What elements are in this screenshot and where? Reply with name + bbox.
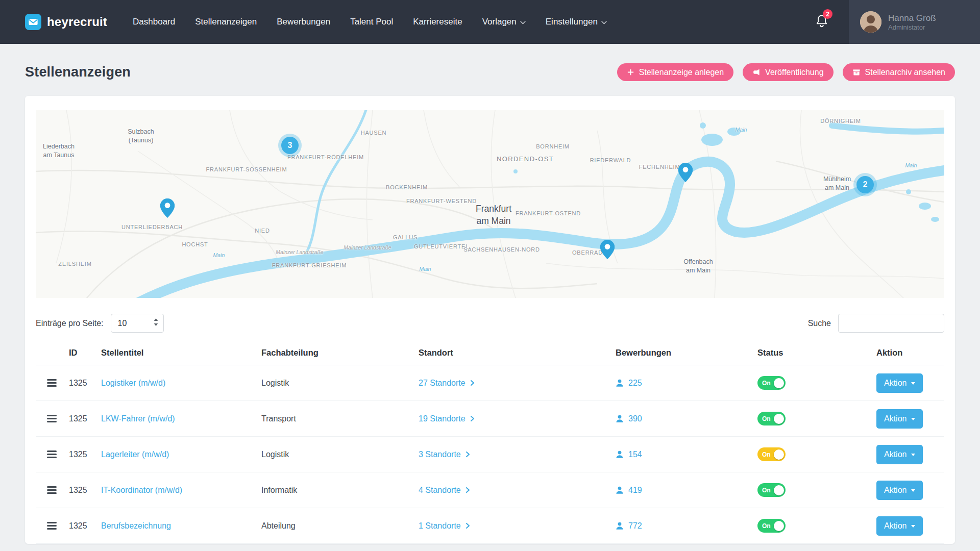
map-cluster[interactable]: 3: [281, 137, 299, 154]
row-action-button[interactable]: Aktion: [876, 481, 923, 500]
drag-handle-icon[interactable]: [47, 379, 57, 387]
page-title: Stellenanzeigen: [25, 64, 131, 80]
table-row: 1325 IT-Koordinator (m/w/d) Informatik 4…: [36, 472, 944, 508]
jobs-table: ID Stellentitel Fachabteilung Standort B…: [36, 341, 944, 544]
status-toggle[interactable]: On: [757, 447, 786, 461]
toggle-knob: [774, 378, 784, 388]
map-cluster[interactable]: 2: [856, 176, 874, 193]
header-action-button[interactable]: Veröffentlichung: [743, 63, 833, 81]
status-toggle[interactable]: On: [757, 483, 786, 497]
locations-link[interactable]: 27 Standorte: [419, 379, 616, 388]
map-pin[interactable]: [160, 198, 175, 220]
heyrecruit-logo-icon: [25, 14, 41, 30]
job-title-link[interactable]: Logistiker (m/w/d): [101, 379, 165, 387]
locations-link[interactable]: 3 Standorte: [419, 450, 616, 459]
toggle-knob: [774, 521, 784, 531]
col-header-id: ID: [69, 348, 101, 358]
user-menu[interactable]: Hanna Groß Administator: [849, 0, 980, 44]
nav-item[interactable]: Karriereseite: [413, 17, 462, 27]
table-row: 1325 Lagerleiter (m/w/d) Logistik 3 Stan…: [36, 437, 944, 472]
chevron-right-icon: [465, 522, 470, 529]
button-icon: [852, 68, 861, 76]
person-icon: [616, 415, 624, 423]
nav-item[interactable]: Talent Pool: [350, 17, 393, 27]
applications-link[interactable]: 154: [616, 450, 757, 459]
row-id: 1325: [69, 379, 101, 388]
table-header: ID Stellentitel Fachabteilung Standort B…: [36, 341, 944, 365]
toggle-knob: [774, 449, 784, 460]
job-title-link[interactable]: Berufsbezeichnung: [101, 521, 171, 530]
header-action-button[interactable]: Stellenanzeige anlegen: [617, 63, 733, 81]
stepper-icon: [154, 318, 158, 328]
heyrecruit-logo[interactable]: heyrecruit: [25, 14, 107, 30]
drag-handle-icon[interactable]: [47, 415, 57, 422]
person-icon: [616, 450, 624, 459]
nav-item[interactable]: Stellenanzeigen: [195, 17, 257, 27]
row-action-button[interactable]: Aktion: [876, 409, 923, 429]
row-department: Transport: [261, 414, 419, 423]
caret-down-icon: [911, 454, 915, 456]
caret-down-icon: [911, 418, 915, 420]
col-header-bewerbungen: Bewerbungen: [616, 348, 757, 358]
applications-link[interactable]: 390: [616, 414, 757, 423]
nav-item[interactable]: Vorlagen: [482, 17, 526, 27]
chevron-right-icon: [465, 451, 470, 458]
col-header-aktion: Aktion: [876, 348, 944, 358]
person-icon: [616, 379, 624, 387]
locations-link[interactable]: 1 Standorte: [419, 521, 616, 531]
map-pin[interactable]: [678, 163, 693, 184]
job-title-link[interactable]: IT-Koordinator (m/w/d): [101, 486, 182, 494]
status-toggle[interactable]: On: [757, 412, 786, 425]
nav-item[interactable]: Bewerbungen: [277, 17, 330, 27]
applications-link[interactable]: 225: [616, 379, 757, 388]
col-header-fachabteilung: Fachabteilung: [261, 348, 419, 358]
nav-item[interactable]: Einstellungen: [546, 17, 607, 27]
locations-map[interactable]: Sulzbach (Taunus) Liederbach am Taunus H…: [36, 110, 944, 298]
avatar: [860, 11, 881, 33]
job-title-link[interactable]: Lagerleiter (m/w/d): [101, 450, 169, 459]
notification-badge: 2: [823, 9, 832, 19]
col-header-stellentitel: Stellentitel: [101, 348, 261, 358]
row-id: 1325: [69, 521, 101, 531]
job-title-link[interactable]: LKW-Fahrer (m/w/d): [101, 414, 175, 423]
row-department: Abteilung: [261, 521, 419, 531]
map-pin[interactable]: [600, 240, 615, 261]
logo-text: heyrecruit: [47, 15, 107, 29]
row-department: Informatik: [261, 486, 419, 495]
row-department: Logistik: [261, 450, 419, 459]
col-header-status: Status: [757, 348, 876, 358]
row-action-button[interactable]: Aktion: [876, 445, 923, 464]
chevron-right-icon: [465, 487, 470, 493]
per-page-select[interactable]: 10: [111, 314, 164, 333]
notifications-button[interactable]: 2: [815, 14, 828, 30]
drag-handle-icon[interactable]: [47, 450, 57, 458]
drag-handle-icon[interactable]: [47, 522, 57, 530]
row-id: 1325: [69, 450, 101, 459]
user-role: Administator: [888, 23, 936, 31]
nav-item[interactable]: Dashboard: [133, 17, 175, 27]
person-icon: [616, 486, 624, 494]
button-icon: [627, 68, 634, 76]
applications-link[interactable]: 419: [616, 486, 757, 495]
chevron-down-icon: [520, 21, 526, 24]
search-label: Suche: [808, 319, 831, 328]
applications-link[interactable]: 772: [616, 521, 757, 531]
caret-down-icon: [911, 489, 915, 492]
chevron-right-icon: [470, 380, 475, 386]
per-page-label: Einträge pro Seite:: [36, 319, 104, 328]
status-toggle[interactable]: On: [757, 519, 786, 533]
drag-handle-icon[interactable]: [47, 486, 57, 494]
button-icon: [752, 68, 761, 76]
caret-down-icon: [911, 525, 915, 528]
chevron-right-icon: [470, 415, 475, 422]
table-row: 1325 Berufsbezeichnung Abteilung 1 Stand…: [36, 508, 944, 544]
row-id: 1325: [69, 486, 101, 495]
locations-link[interactable]: 19 Standorte: [419, 414, 616, 423]
search-input[interactable]: [838, 314, 944, 333]
row-action-button[interactable]: Aktion: [876, 373, 923, 393]
main-nav: Dashboard Stellenanzeigen Bewerbungen Ta…: [133, 17, 607, 27]
status-toggle[interactable]: On: [757, 376, 786, 390]
header-action-button[interactable]: Stellenarchiv ansehen: [843, 63, 955, 81]
row-action-button[interactable]: Aktion: [876, 516, 923, 536]
locations-link[interactable]: 4 Standorte: [419, 486, 616, 495]
